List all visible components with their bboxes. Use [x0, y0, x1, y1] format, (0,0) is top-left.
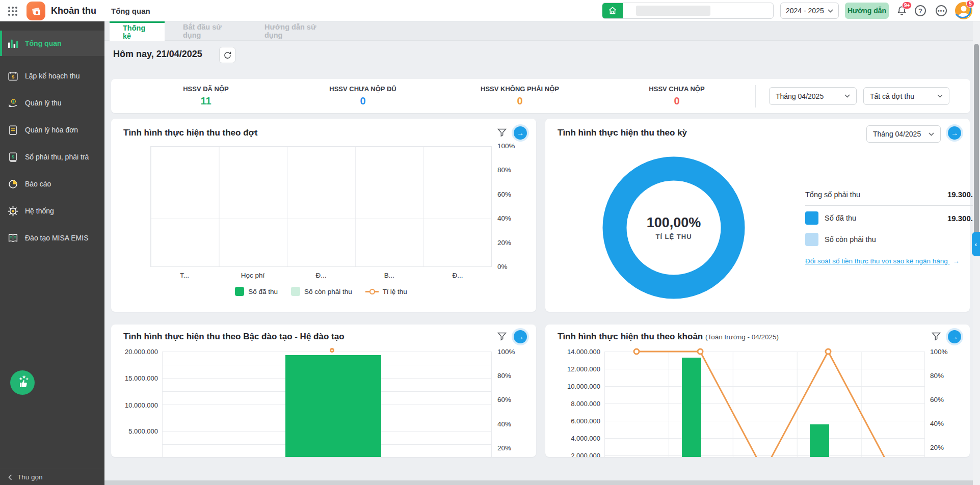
- scrollbar-thumb[interactable]: [974, 44, 979, 242]
- remaining-row: Số còn phải thu 0: [805, 233, 980, 246]
- legend-swatch: [291, 287, 300, 296]
- school-year-select[interactable]: 2024 - 2025: [780, 3, 839, 19]
- feedback-promo-button[interactable]: ★★★: [10, 370, 35, 395]
- help-icon[interactable]: ?: [914, 4, 927, 17]
- chart-card-thu-theo-ky: Tình hình thực hiện thu theo kỳ Tháng 04…: [545, 119, 970, 312]
- axis-tick: 0%: [497, 263, 508, 271]
- chart-card-theo-khoan: Tình hình thực hiện thu theo khoản (Toàn…: [545, 325, 970, 457]
- axis-tick: 40%: [930, 420, 944, 427]
- chart-title: Tình hình thực hiện thu theo Bậc đào tạo…: [123, 332, 345, 342]
- guide-button[interactable]: Hướng dẫn: [845, 3, 889, 19]
- x-axis-label: Đ...: [427, 272, 488, 279]
- collected-row: Số đã thu 19.300.000: [805, 211, 980, 225]
- legend-ti-le-thu[interactable]: Tỉ lệ thu: [365, 288, 407, 295]
- sidebar-item-lap-ke-hoach-thu[interactable]: $ Lập kế hoạch thu: [0, 63, 104, 89]
- stat-label: HSSV KHÔNG PHẢI NỘP: [441, 85, 598, 93]
- stat-value: 0: [441, 95, 598, 107]
- sidebar-item-bao-cao[interactable]: Báo cáo: [0, 171, 104, 197]
- sidebar-item-label: Quản lý thu: [25, 99, 62, 107]
- collected-bar[interactable]: [285, 355, 381, 457]
- axis-tick: 60%: [497, 191, 511, 198]
- arrow-right-icon: →: [948, 330, 961, 343]
- sidebar-item-dao-tao-misa-emis[interactable]: Đào tạo MISA EMIS: [0, 225, 104, 251]
- chart-title-sub: (Toàn trường - 04/2025): [705, 333, 779, 341]
- chevron-left-icon: [8, 474, 12, 480]
- collected-bar[interactable]: [810, 424, 829, 457]
- donut-caption: TỈ LỆ THU: [655, 233, 692, 240]
- app-grid-icon[interactable]: [6, 5, 19, 18]
- batch-filter-value: Tất cả đợt thu: [870, 92, 914, 100]
- home-icon[interactable]: [602, 3, 623, 18]
- khoan-thu-app-icon[interactable]: [27, 2, 45, 20]
- month-filter-select[interactable]: Tháng 04/2025: [769, 87, 857, 105]
- axis-tick: 6.000.000: [545, 417, 600, 425]
- app-header: Khoản thu Tổng quan 2024 - 2025 Hướng dẫ…: [0, 0, 980, 21]
- sidebar-item-he-thong[interactable]: Hệ thống: [0, 198, 104, 224]
- more-options-icon[interactable]: •••: [935, 4, 948, 17]
- row-label: Số đã thu: [825, 214, 856, 222]
- sidebar-item-quan-ly-hoa-don[interactable]: Quản lý hóa đơn: [0, 117, 104, 143]
- sidebar-item-label: Hệ thống: [25, 207, 54, 215]
- svg-text:$: $: [13, 99, 15, 103]
- legend-so-con-phai-thu[interactable]: Số còn phải thu: [291, 287, 352, 296]
- goto-detail-button[interactable]: →: [512, 328, 529, 345]
- bar-chart-icon: [8, 38, 18, 49]
- batch-filter-select[interactable]: Tất cả đợt thu: [863, 87, 949, 105]
- school-year-value: 2024 - 2025: [786, 7, 824, 15]
- row-label: Tổng số phải thu: [805, 191, 947, 199]
- axis-tick: 40%: [497, 214, 511, 222]
- goto-detail-button[interactable]: →: [946, 328, 963, 345]
- tab-bat-dau-su-dung[interactable]: Bắt đầu sử dụng: [170, 21, 246, 41]
- row-label: Số còn phải thu: [825, 235, 876, 244]
- sidebar-item-so-phai-thu-phai-tra[interactable]: $ Sổ phải thu, phải trả: [0, 144, 104, 170]
- gear-icon: [8, 206, 18, 217]
- bank-reconcile-link[interactable]: Đối soát số tiền thực thu với sao kê ngâ…: [805, 257, 960, 265]
- axis-tick: 100%: [497, 142, 515, 150]
- avatar[interactable]: 5: [955, 2, 972, 19]
- axis-tick: 20%: [497, 239, 511, 247]
- chart-title: Tình hình thực hiện thu theo kỳ: [558, 128, 687, 138]
- collapse-label: Thu gọn: [17, 473, 43, 481]
- axis-tick: 10.000.000: [545, 383, 600, 390]
- sidebar-collapse-button[interactable]: Thu gọn: [0, 469, 104, 485]
- sidebar-item-quan-ly-thu[interactable]: $ Quản lý thu: [0, 90, 104, 116]
- axis-tick: 4.000.000: [545, 435, 600, 442]
- axis-tick: 10.000.000: [111, 401, 158, 409]
- sidebar-item-tong-quan[interactable]: Tổng quan: [0, 31, 104, 56]
- axis-tick: 80%: [497, 372, 511, 380]
- app-title: Khoản thu: [51, 0, 96, 21]
- axis-tick: 12.000.000: [545, 365, 600, 373]
- global-search-input[interactable]: [602, 3, 774, 19]
- header-nav-tong-quan[interactable]: Tổng quan: [111, 0, 150, 21]
- filter-funnel-icon[interactable]: [496, 331, 509, 343]
- tab-huong-dan-su-dung[interactable]: Hướng dẫn sử dụng: [251, 21, 338, 41]
- chart-month-filter-value: Tháng 04/2025: [873, 130, 921, 138]
- goto-detail-button[interactable]: →: [946, 124, 963, 142]
- chart-plot-area: [150, 146, 492, 267]
- goto-detail-button[interactable]: →: [512, 124, 529, 142]
- refresh-button[interactable]: [219, 47, 235, 63]
- tab-thong-ke[interactable]: Thống kê: [110, 21, 165, 41]
- chart-title-main: Tình hình thực hiện thu theo khoản: [558, 332, 703, 341]
- refresh-icon: [223, 51, 232, 60]
- sidebar-item-label: Báo cáo: [25, 180, 51, 188]
- rate-point[interactable]: [330, 348, 334, 353]
- axis-tick: 14.000.000: [545, 348, 600, 356]
- legend-label: Số còn phải thu: [304, 288, 352, 295]
- horizontal-scrollbar[interactable]: [104, 480, 980, 485]
- collapse-panel-tab[interactable]: ‹: [972, 232, 980, 256]
- total-receivable-row: Tổng số phải thu 19.300.000: [805, 190, 980, 199]
- calendar-dollar-icon: $: [8, 71, 18, 82]
- stat-value: 0: [598, 95, 755, 107]
- filter-funnel-icon[interactable]: [931, 331, 943, 343]
- collected-bar[interactable]: [682, 358, 701, 457]
- legend-so-da-thu[interactable]: Số đã thu: [235, 287, 278, 296]
- stat-hssv-chua-nop-du: HSSV CHƯA NỘP ĐỦ 0: [284, 85, 441, 107]
- donut-chart: 100,00% TỈ LỆ THU: [602, 156, 745, 299]
- sidebar-item-label: Lập kế hoạch thu: [25, 72, 80, 80]
- sidebar-item-label: Đào tạo MISA EMIS: [25, 234, 89, 242]
- legend-swatch: [805, 211, 818, 225]
- notification-bell-icon[interactable]: 9+: [895, 4, 908, 17]
- filter-funnel-icon[interactable]: [496, 127, 509, 139]
- chart-month-filter-select[interactable]: Tháng 04/2025: [866, 125, 941, 143]
